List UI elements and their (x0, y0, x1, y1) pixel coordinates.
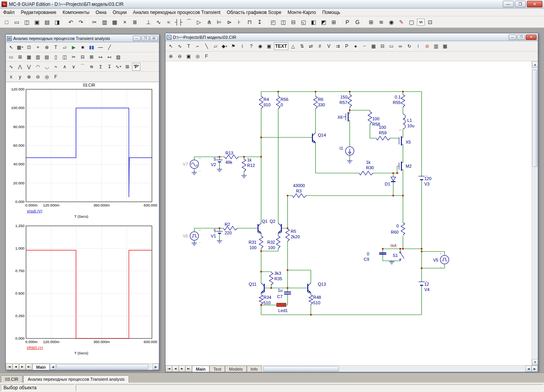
scroll-left-arrow[interactable]: ◀ (525, 366, 532, 372)
schematic-label[interactable]: R59 (379, 130, 387, 135)
curve-icon[interactable]: ⌒ (78, 63, 87, 71)
schematic-label[interactable]: 910 (263, 102, 270, 107)
find-component-dropdown[interactable]: ◆▾ (220, 42, 228, 50)
save-all-icon[interactable]: ▣ (32, 17, 42, 27)
next-page-button[interactable]: ▶ (179, 366, 185, 372)
vi-probe-icon[interactable]: VI (417, 19, 425, 26)
global-low-icon[interactable]: ◡ (43, 63, 51, 71)
print-preview-icon[interactable]: ◨ (52, 17, 62, 27)
schematic-label[interactable]: 510 (313, 300, 320, 305)
schematic-label[interactable]: 150 (340, 95, 347, 99)
data-points-icon[interactable]: ⊞ (16, 53, 24, 61)
current-display-icon[interactable]: ⇉ (334, 42, 342, 50)
schematic-label[interactable]: V6 (183, 234, 188, 238)
schematic-label[interactable]: 5 (214, 228, 216, 233)
waveform-buffer-icon[interactable]: ∿ (7, 63, 15, 71)
schematic-label[interactable]: 0 (367, 252, 369, 256)
p-hotkey-icon[interactable]: P (343, 17, 352, 27)
schematic-label[interactable]: R13 (225, 151, 233, 155)
component-grid-icon[interactable]: ⊞ (366, 17, 376, 27)
maximize-button[interactable]: ❒ (515, 1, 526, 7)
font-icon[interactable]: F (52, 73, 60, 81)
schematic-label[interactable]: 510 (263, 300, 270, 305)
select-cursor-icon[interactable]: ↖ (7, 43, 15, 51)
grid-dots-icon[interactable]: ┄ (361, 42, 369, 50)
schematic-label[interactable]: V5 (433, 258, 438, 262)
prev-page-button[interactable]: ◀ (172, 366, 179, 372)
menu-windows[interactable]: Окна (92, 9, 110, 16)
tab-text[interactable]: Text (209, 366, 225, 372)
schematic-label[interactable]: R48 (313, 295, 321, 300)
redo-icon[interactable]: ↷ (76, 17, 85, 27)
schematic-label[interactable]: Led1 (278, 308, 288, 313)
text-banner-icon[interactable]: TEXT (274, 42, 288, 50)
align-text-icon[interactable]: ≣ (130, 17, 139, 27)
zoom-in-icon[interactable]: ⊕ (25, 73, 33, 81)
scale-y-icon[interactable]: y (16, 73, 24, 81)
title-block-icon[interactable]: ▭ (387, 42, 396, 50)
schematic-label[interactable]: L1 (407, 118, 412, 123)
trim-icon[interactable]: ✂ (70, 53, 78, 61)
graphics-mode-icon[interactable]: ▱ (61, 43, 69, 51)
schematic-label[interactable]: V2 (211, 162, 216, 167)
minor-grid-icon[interactable]: ▤ (43, 53, 51, 61)
schematic-horizontal-scrollbar[interactable]: ◀ ▶ (262, 366, 538, 372)
bottom-tag-icon[interactable]: ↧ (105, 63, 113, 71)
tab-main[interactable]: Main (32, 364, 50, 370)
text-mode-icon[interactable]: T (185, 42, 193, 50)
schematic-label[interactable]: S1 (393, 253, 398, 258)
delete-icon[interactable]: × (120, 17, 129, 27)
repeat-icon[interactable]: ↻ (405, 42, 413, 50)
new-file-icon[interactable]: □ (2, 17, 11, 27)
analysis-title-bar[interactable]: ▤ Анализ переходных процессов Transient … (6, 35, 159, 42)
zoom-out-icon[interactable]: ⊖ (34, 73, 42, 81)
menu-components[interactable]: Компоненты (59, 9, 92, 16)
stop-button[interactable]: ■ (78, 43, 87, 51)
vertical-cursor-icon[interactable]: ⊠ (87, 53, 96, 61)
schematic-label[interactable]: 0 (396, 224, 399, 228)
checkbox-grid-icon[interactable]: ⊡ (425, 17, 435, 27)
schematic-vertical-scrollbar[interactable]: ▲ ▼ (532, 61, 538, 365)
g-hotkey-icon[interactable]: G (353, 17, 362, 27)
horizontal-tag-icon[interactable]: ― (96, 43, 105, 51)
rise-edge-icon[interactable]: ∧ (61, 63, 69, 71)
schematic-label[interactable]: 3k3 (274, 271, 281, 276)
schematic-label[interactable]: Q1 (262, 219, 268, 224)
doc-tab-transient[interactable]: Анализ переходных процессов Transient an… (23, 375, 129, 383)
next-peak-icon[interactable]: ⋀ (16, 63, 24, 71)
text-mode-icon[interactable]: T (52, 43, 60, 51)
font-icon[interactable]: F (202, 52, 211, 60)
schematic-label[interactable]: R56 (281, 97, 288, 102)
scroll-down-arrow[interactable]: ▼ (532, 359, 538, 365)
minimize-button[interactable]: — (503, 1, 514, 7)
tile-horizontal-icon[interactable]: ⊟ (289, 17, 298, 27)
panel-icon[interactable]: ▯ (52, 53, 60, 61)
close-button[interactable]: ☒ (150, 36, 158, 41)
help-mode-icon[interactable]: ? (247, 42, 255, 50)
slope-line-icon[interactable]: ╱ (105, 43, 113, 51)
flag-mode-icon[interactable]: ⚑ (229, 42, 237, 50)
schematic-label[interactable]: 120 (424, 176, 431, 181)
battery-icon[interactable]: ⊦ (235, 17, 244, 27)
schematic-label[interactable]: R34 (263, 295, 271, 300)
diode-icon[interactable]: ▷ (194, 17, 204, 27)
schematic-label[interactable]: R57 (340, 100, 347, 105)
diagonal-wire-mode-icon[interactable]: ╲ (202, 42, 211, 50)
schematic-label[interactable]: 100 (268, 245, 275, 250)
schematic-label[interactable]: 43000 (293, 183, 305, 188)
overlap-windows-icon[interactable]: ◱ (299, 17, 308, 27)
schematic-label[interactable]: D1 (385, 182, 390, 186)
axes-icon[interactable]: ▥ (34, 53, 42, 61)
smoothing-icon[interactable]: ≈ (52, 63, 60, 71)
split-horizontal-icon[interactable]: ◧ (309, 17, 318, 27)
split-plot-icon[interactable]: ◫ (61, 53, 69, 61)
inductor-icon[interactable]: ⌒ (184, 17, 194, 27)
schematic-label[interactable]: R3 (296, 189, 302, 193)
info-page-icon[interactable]: i (414, 42, 422, 50)
schematic-label[interactable]: R30 (366, 165, 374, 170)
schematic-label[interactable]: V1 (211, 234, 216, 238)
plot-group-dropdown[interactable]: ▦▾ (16, 43, 24, 51)
region-box-icon[interactable]: ▢ (407, 17, 416, 27)
schematic-label[interactable]: V4 (424, 287, 429, 292)
scroll-left-arrow[interactable]: ◀ (50, 364, 56, 370)
